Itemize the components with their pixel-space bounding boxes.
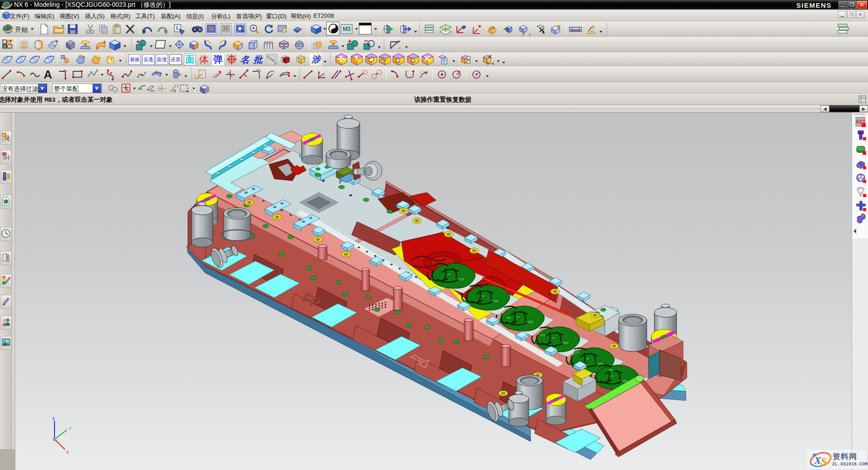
svg-text:Z: Z (52, 416, 55, 421)
svg-text:Y: Y (69, 426, 71, 431)
svg-text:y: y (274, 60, 276, 64)
svg-text:S: S (821, 455, 827, 467)
svg-text:x: x (399, 46, 401, 50)
svg-text:X: X (66, 450, 69, 455)
svg-text:i: i (176, 25, 178, 31)
